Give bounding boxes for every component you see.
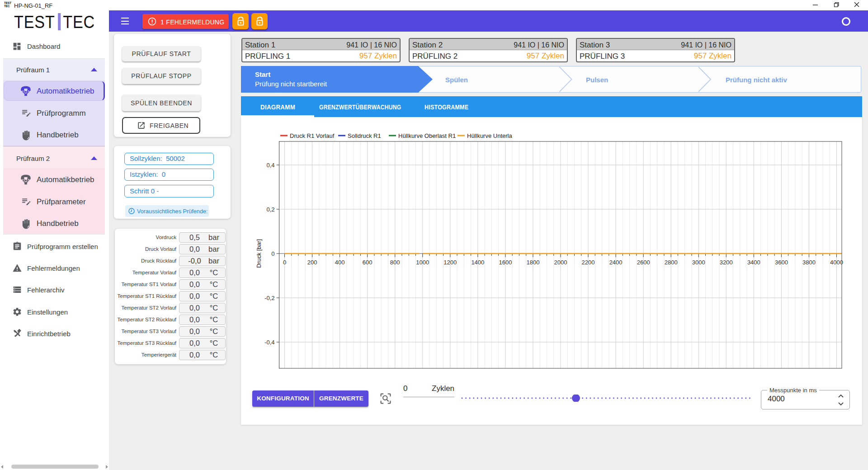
svg-text:0: 0 [271, 250, 274, 257]
svg-text:1800: 1800 [526, 259, 539, 266]
svg-text:-0,2: -0,2 [264, 295, 274, 301]
svg-text:0,4: 0,4 [266, 162, 274, 169]
svg-text:3400: 3400 [747, 259, 760, 266]
svg-text:0: 0 [283, 259, 286, 266]
svg-text:1600: 1600 [499, 259, 512, 266]
svg-text:2200: 2200 [582, 259, 595, 266]
svg-text:4000: 4000 [830, 259, 843, 266]
svg-text:1000: 1000 [416, 259, 429, 266]
svg-text:-0,4: -0,4 [264, 339, 274, 346]
svg-text:3200: 3200 [720, 259, 733, 266]
svg-text:Druck R1 Vorlauf: Druck R1 Vorlauf [290, 132, 335, 139]
svg-text:800: 800 [390, 259, 400, 266]
svg-text:3600: 3600 [775, 259, 788, 266]
svg-text:Hüllkurve Unterla: Hüllkurve Unterla [467, 132, 512, 139]
svg-text:2600: 2600 [637, 259, 650, 266]
svg-text:3800: 3800 [802, 259, 816, 266]
svg-text:0,2: 0,2 [266, 206, 274, 213]
svg-text:Hüllkurve Oberlast R1: Hüllkurve Oberlast R1 [398, 132, 456, 139]
svg-text:200: 200 [307, 259, 317, 266]
svg-text:3000: 3000 [692, 259, 705, 266]
svg-text:2400: 2400 [609, 259, 623, 266]
svg-text:2000: 2000 [554, 259, 567, 266]
svg-text:Solldruck R1: Solldruck R1 [348, 132, 381, 139]
svg-text:Druck [bar]: Druck [bar] [255, 239, 262, 268]
svg-text:600: 600 [363, 259, 373, 266]
svg-text:2800: 2800 [665, 259, 678, 266]
svg-text:400: 400 [335, 259, 345, 266]
svg-text:1400: 1400 [471, 259, 484, 266]
svg-text:1200: 1200 [443, 259, 457, 266]
